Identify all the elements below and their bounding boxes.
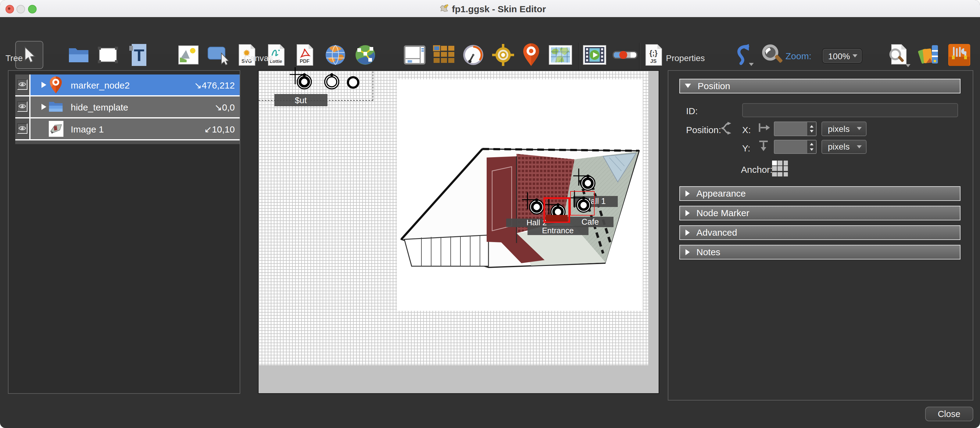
y-unit-value: pixels <box>828 142 857 152</box>
container-folder-icon <box>68 46 90 64</box>
eye-icon <box>18 81 26 87</box>
expand-triangle-icon[interactable] <box>41 81 46 88</box>
spinner-buttons[interactable] <box>807 140 816 153</box>
canvas-viewport[interactable]: $ut Hall 2 Cafe Hall 1 Entrance <box>258 70 659 394</box>
hotspot-crosshair-button[interactable] <box>492 43 515 67</box>
skin-editor-window: fp1.ggsk - Skin Editor <box>0 0 980 428</box>
tree-item-label: Image 1 <box>71 124 104 134</box>
visibility-eye-button[interactable] <box>17 123 27 133</box>
minimize-window-button[interactable] <box>16 5 25 13</box>
position-label: Position: <box>686 124 721 135</box>
image-tool-icon <box>178 45 199 65</box>
close-window-button[interactable] <box>5 5 14 13</box>
zoom-level-dropdown[interactable]: 100% <box>822 48 862 64</box>
toolbar-separator <box>639 43 640 70</box>
preview-dropdown-caret[interactable] <box>905 64 910 67</box>
slider-control-icon <box>612 50 638 61</box>
rectangle-tool-icon <box>97 46 119 64</box>
node-marker-element[interactable] <box>336 65 370 99</box>
preview-button[interactable] <box>887 43 910 67</box>
tree-row-image-1[interactable]: Image 1 ↙10,10 <box>30 118 240 139</box>
position-link-icon[interactable] <box>720 121 733 135</box>
section-header-position[interactable]: Position <box>679 78 961 93</box>
anchor-grid-selector[interactable] <box>772 161 789 177</box>
map-button[interactable] <box>549 43 572 67</box>
fullscreen-window-button[interactable] <box>28 5 37 13</box>
toolbar: T ✹ SVG <box>0 17 980 54</box>
section-title: Appearance <box>697 188 746 199</box>
panorama-globe-button[interactable] <box>324 43 347 67</box>
pdf-file-button[interactable]: PDF <box>293 43 317 67</box>
anchor-cell[interactable] <box>778 161 783 165</box>
spinner-buttons[interactable] <box>807 122 816 135</box>
text-tool-button[interactable]: T <box>127 43 151 67</box>
anchor-label: Anchor: <box>741 164 772 174</box>
id-input[interactable] <box>742 103 958 117</box>
eye-column-cell <box>15 118 29 139</box>
text-tool-icon: T <box>129 44 149 66</box>
x-offset-icon <box>758 122 770 133</box>
anchor-cell[interactable] <box>783 172 788 176</box>
design-colors-button[interactable] <box>918 43 941 67</box>
properties-panel: Position ID: Position: X: pixels Y: <box>668 70 973 401</box>
section-header-notes[interactable]: Notes <box>679 244 961 259</box>
button-tool-button[interactable] <box>207 43 230 67</box>
tree-row-marker-node2[interactable]: marker_node2 ↘476,212 <box>30 74 240 95</box>
scroll-area-icon <box>404 45 426 65</box>
canvas-panel-title: Canvas <box>244 53 273 63</box>
javascript-file-button[interactable]: {;} JS <box>642 43 665 67</box>
app-icon <box>439 4 449 13</box>
gauge-button[interactable] <box>461 43 485 67</box>
tree-row-hide-template[interactable]: hide_template ↘0,0 <box>30 96 240 117</box>
rectangle-tool-button[interactable] <box>96 43 119 67</box>
anchor-cell-top-left[interactable] <box>772 161 776 165</box>
visibility-eye-button[interactable] <box>17 101 27 112</box>
thumbnail-grid-icon <box>433 45 455 65</box>
properties-panel-title: Properties <box>666 53 705 63</box>
section-header-advanced[interactable]: Advanced <box>679 225 961 240</box>
hotspot-crosshair-icon <box>492 43 515 67</box>
anchor-cell[interactable] <box>772 172 776 176</box>
expand-triangle-icon[interactable] <box>41 104 46 110</box>
anchor-cell[interactable] <box>778 166 783 171</box>
eye-column-cell <box>15 96 29 117</box>
x-label: X: <box>742 124 751 135</box>
zoom-label: Zoom: <box>786 51 811 61</box>
visibility-eye-button[interactable] <box>17 79 27 89</box>
expand-triangle-icon <box>686 249 690 255</box>
undo-dropdown-caret[interactable] <box>749 63 754 66</box>
image-tool-button[interactable] <box>177 43 200 67</box>
title-bar: fp1.ggsk - Skin Editor <box>0 0 980 18</box>
zoom-lens-icon <box>761 44 783 66</box>
red-highlight-thin <box>570 191 594 215</box>
zoom-lens-button[interactable] <box>760 43 784 67</box>
folder-icon <box>48 99 64 113</box>
close-button[interactable]: Close <box>925 407 973 421</box>
thumbnail-grid-button[interactable] <box>433 43 455 67</box>
anchor-cell[interactable] <box>772 166 776 171</box>
tree-panel-title: Tree <box>5 53 23 63</box>
x-value-spinbox[interactable] <box>773 121 816 136</box>
container-tool-button[interactable] <box>67 43 90 67</box>
anchor-cell[interactable] <box>778 172 783 176</box>
section-header-node-marker[interactable]: Node Marker <box>679 206 961 220</box>
chevron-down-icon <box>857 145 862 149</box>
expand-triangle-icon <box>686 190 690 196</box>
anchor-cell[interactable] <box>783 166 788 171</box>
expand-triangle-icon <box>686 230 690 236</box>
y-unit-dropdown[interactable]: pixels <box>821 139 867 154</box>
slider-control-button[interactable] <box>612 43 638 67</box>
x-unit-dropdown[interactable]: pixels <box>821 121 867 136</box>
marker-pin-icon <box>49 76 62 94</box>
scroll-area-button[interactable] <box>403 43 426 67</box>
toolbox-button[interactable] <box>948 43 971 67</box>
chevron-down-icon <box>857 127 862 130</box>
node-marker-button[interactable] <box>520 43 543 67</box>
section-header-appearance[interactable]: Appearance <box>679 186 961 201</box>
y-value-spinbox[interactable] <box>773 139 816 154</box>
undo-button[interactable] <box>732 43 755 67</box>
anchor-cell[interactable] <box>783 161 788 165</box>
eye-icon <box>18 125 26 131</box>
video-button[interactable] <box>583 43 606 67</box>
tour-map-button[interactable] <box>354 43 377 67</box>
